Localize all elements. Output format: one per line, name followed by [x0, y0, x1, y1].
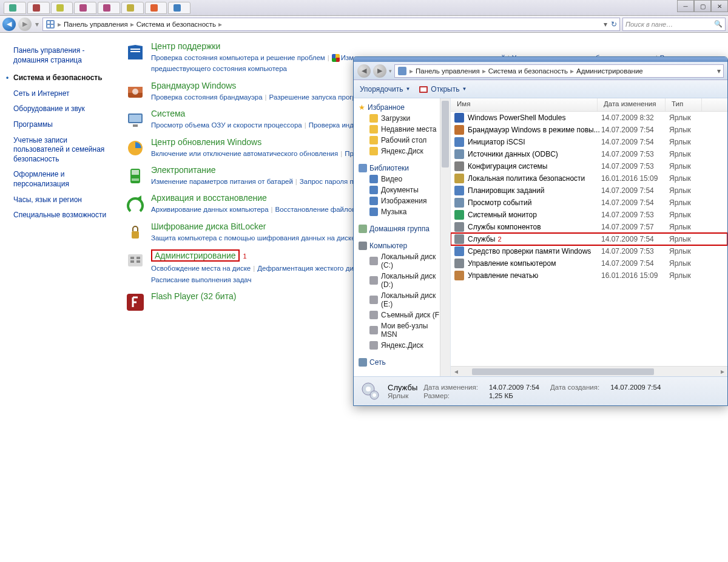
tree-group-header[interactable]: Библиотеки [356, 163, 448, 174]
category-title[interactable]: Центр поддержки [151, 41, 722, 51]
file-row[interactable]: Планировщик заданий14.07.2009 7:54Ярлык [451, 185, 727, 197]
col-header-date[interactable]: Дата изменения [598, 98, 666, 111]
browser-tab[interactable] [145, 2, 167, 14]
file-row[interactable]: Windows PowerShell Modules14.07.2009 8:3… [451, 112, 727, 124]
breadcrumb-item[interactable]: Панель управления [61, 21, 130, 28]
nav-history-dropdown[interactable]: ▾ [389, 68, 392, 74]
file-row[interactable]: Конфигурация системы14.07.2009 7:53Ярлык [451, 160, 727, 172]
svg-rect-11 [129, 115, 141, 122]
file-row[interactable]: Источники данных (ODBC)14.07.2009 7:53Яр… [451, 148, 727, 160]
file-row[interactable]: Инициатор iSCSI14.07.2009 7:54Ярлык [451, 136, 727, 148]
file-row[interactable]: Брандмауэр Windows в режиме повы...14.07… [451, 124, 727, 136]
window-titlebar[interactable] [354, 57, 727, 62]
window-maximize-button[interactable]: ▢ [694, 0, 711, 12]
tree-group-header[interactable]: Компьютер [356, 240, 448, 251]
file-date: 14.07.2009 7:54 [601, 235, 669, 243]
horizontal-scrollbar[interactable]: ◂ ▸ [451, 366, 727, 376]
sidebar-item[interactable]: Специальные возможности [13, 211, 111, 220]
breadcrumb[interactable]: ▸ Панель управления ▸ Система и безопасн… [42, 18, 620, 31]
breadcrumb-item[interactable]: Администрирование [574, 67, 645, 75]
breadcrumb-item[interactable]: Панель управления [413, 67, 482, 75]
tree-item[interactable]: Недавние места [356, 124, 448, 135]
file-name: Источники данных (ODBC) [468, 150, 601, 158]
browser-tab[interactable] [51, 2, 73, 14]
sidebar-home-link[interactable]: Панель управления - домашняя страница [13, 46, 111, 65]
file-row[interactable]: Службы214.07.2009 7:54Ярлык [451, 233, 727, 245]
breadcrumb-item[interactable]: Система и безопасность [134, 21, 218, 28]
nav-forward-button[interactable]: ▶ [18, 18, 32, 31]
category-title[interactable]: Администрирование [151, 249, 240, 262]
category-link[interactable]: Проверка состояния брандмауэра [151, 93, 263, 101]
category-link[interactable]: Защита компьютера с помощью шифрования д… [151, 234, 356, 242]
file-type: Ярлык [669, 162, 706, 171]
category-link[interactable]: Проверка состояния компьютера и решение … [151, 54, 325, 61]
category-link[interactable]: Дефрагментация жесткого диска [257, 265, 364, 272]
category-link[interactable]: Изменение параметров питания от батарей [151, 178, 293, 185]
breadcrumb-dropdown-button[interactable]: ▾ [717, 67, 721, 75]
tree-scrollbar[interactable] [440, 98, 450, 376]
tree-item[interactable]: Яндекс.Диск [356, 340, 448, 351]
tree-group-header[interactable]: ★Избранное [356, 102, 448, 113]
file-row[interactable]: Средство проверки памяти Windows14.07.20… [451, 245, 727, 257]
organize-button[interactable]: Упорядочить ▼ [360, 85, 410, 93]
file-row[interactable]: Управление компьютером14.07.2009 7:54Ярл… [451, 257, 727, 269]
browser-tab[interactable] [121, 2, 144, 14]
refresh-button[interactable]: ↻ [611, 20, 617, 29]
tree-item[interactable]: Рабочий стол [356, 135, 448, 146]
sidebar-item[interactable]: Система и безопасность [13, 73, 111, 83]
window-minimize-button[interactable]: ─ [677, 0, 694, 12]
nav-history-dropdown[interactable]: ▾ [35, 20, 39, 29]
sidebar-item[interactable]: Программы [13, 120, 111, 130]
tree-item[interactable]: Локальный диск (C:) [356, 251, 448, 271]
tree-item[interactable]: Локальный диск (D:) [356, 271, 448, 290]
svg-rect-3 [47, 25, 50, 27]
breadcrumb-item[interactable]: Система и безопасность [486, 67, 570, 75]
svg-rect-17 [132, 231, 139, 239]
file-row[interactable]: Локальная политика безопасности16.01.201… [451, 172, 727, 185]
nav-back-button[interactable]: ◀ [2, 18, 16, 31]
tree-item[interactable]: Изображения [356, 195, 448, 206]
tree-item[interactable]: Съемный диск (F:) [356, 310, 448, 320]
category-link[interactable]: Расписание выполнения задач [151, 276, 252, 283]
tree-item[interactable]: Документы [356, 185, 448, 195]
sidebar-item[interactable]: Оборудование и звук [13, 104, 111, 114]
browser-tab[interactable] [27, 2, 50, 14]
browser-tab[interactable] [98, 2, 120, 14]
tree-item[interactable]: Видео [356, 174, 448, 185]
file-row[interactable]: Просмотр событий14.07.2009 7:54Ярлык [451, 197, 727, 209]
tree-item[interactable]: Мои веб-узлы MSN [356, 320, 448, 340]
nav-forward-button[interactable]: ▶ [373, 64, 386, 78]
browser-tab[interactable] [168, 2, 190, 14]
breadcrumb-dropdown-button[interactable]: ▾ [604, 20, 607, 29]
search-input[interactable]: Поиск в пане… 🔍 [622, 18, 726, 31]
file-type: Ярлык [669, 138, 706, 146]
svg-point-28 [366, 387, 371, 391]
file-icon [454, 210, 464, 220]
breadcrumb[interactable]: ▸ Панель управления ▸ Система и безопасн… [394, 64, 724, 78]
sidebar-item[interactable]: Часы, язык и регион [13, 195, 111, 205]
tree-group-header[interactable]: Домашняя группа [356, 223, 448, 234]
file-row[interactable]: Управление печатью16.01.2016 15:09Ярлык [451, 269, 727, 282]
browser-tab[interactable] [74, 2, 96, 14]
sidebar-item[interactable]: Учетные записи пользователей и семейная … [13, 136, 111, 164]
nav-back-button[interactable]: ◀ [357, 64, 371, 78]
col-header-type[interactable]: Тип [666, 98, 702, 111]
browser-tab[interactable] [4, 2, 26, 14]
file-row[interactable]: Системный монитор14.07.2009 7:53Ярлык [451, 209, 727, 221]
tree-item[interactable]: Локальный диск (E:) [356, 290, 448, 310]
category-link[interactable]: Включение или отключение автоматического… [151, 150, 338, 157]
window-close-button[interactable]: ✕ [711, 0, 728, 12]
tree-group-header[interactable]: Сеть [356, 357, 448, 368]
category-link[interactable]: Просмотр объема ОЗУ и скорости процессор… [151, 121, 302, 129]
sidebar-item[interactable]: Оформление и персонализация [13, 170, 111, 189]
tree-item[interactable]: Яндекс.Диск [356, 146, 448, 157]
file-row[interactable]: Службы компонентов14.07.2009 7:57Ярлык [451, 221, 727, 233]
sidebar-item[interactable]: Сеть и Интернет [13, 89, 111, 99]
col-header-name[interactable]: Имя [451, 98, 598, 111]
svg-rect-16 [132, 178, 139, 181]
open-button[interactable]: Открыть ▼ [419, 84, 467, 94]
category-link[interactable]: Освобождение места на диске [151, 265, 251, 272]
tree-item[interactable]: Музыка [356, 206, 448, 217]
category-link[interactable]: Архивирование данных компьютера [151, 206, 269, 213]
tree-item[interactable]: Загрузки [356, 113, 448, 124]
